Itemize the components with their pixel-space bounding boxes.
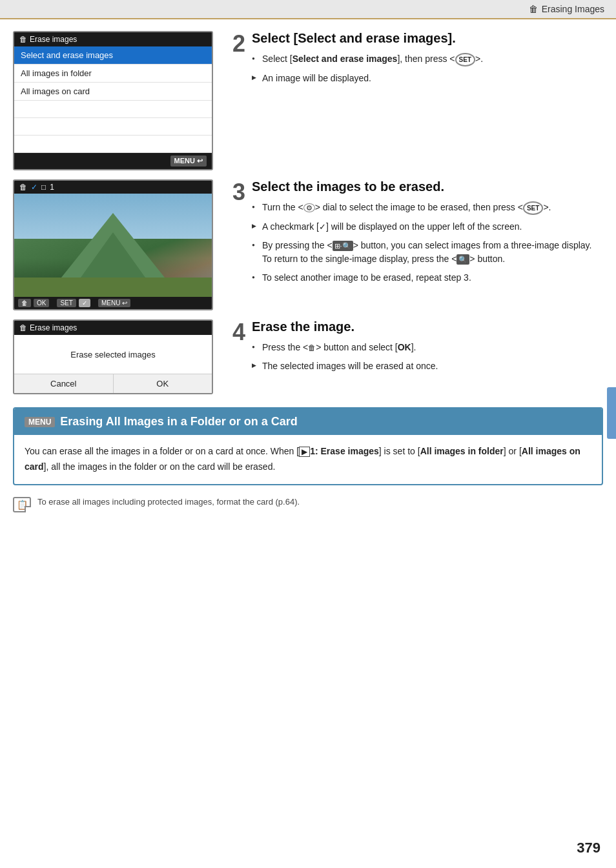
step4-text: Erase the image. Press the <🗑> button an… bbox=[252, 319, 438, 378]
blue-section-title: Erasing All Images in a Folder or on a C… bbox=[60, 415, 297, 429]
menu-item-select-erase: Select and erase images bbox=[14, 46, 212, 65]
photo-check: ✓ bbox=[31, 183, 37, 192]
photo-menu-btn: MENU ↩ bbox=[98, 299, 130, 307]
step4-bullet1: Press the <🗑> button and select [OK]. bbox=[252, 341, 438, 354]
note-text: To erase all images including protected … bbox=[37, 497, 300, 507]
menu-back-btn: MENU ↩ bbox=[170, 156, 207, 167]
step2-bullet1: Select [Select and erase images], then p… bbox=[252, 52, 483, 66]
screen2-footer: MENU ↩ bbox=[14, 153, 212, 169]
dialog-body-text: Erase selected images bbox=[70, 350, 156, 359]
step3-bullet4: To select another image to be erased, re… bbox=[252, 271, 603, 285]
note-section: 📋 To erase all images including protecte… bbox=[13, 497, 603, 512]
step3-number: 3 bbox=[232, 181, 245, 204]
step4-erase-dialog: 🗑 Erase images Erase selected images Can… bbox=[13, 319, 213, 394]
step3-screen-area: 🗑 ✓ □ 1 🗑 OK SET ✓ MENU ↩ bbox=[13, 179, 213, 310]
tab-marker bbox=[607, 387, 616, 439]
step4-bullets: Press the <🗑> button and select [OK]. Th… bbox=[252, 341, 438, 373]
step3-photo-screen: 🗑 ✓ □ 1 🗑 OK SET ✓ MENU ↩ bbox=[13, 179, 213, 310]
step3-bullets: Turn the <⚙> dial to select the image to… bbox=[252, 201, 603, 285]
dialog-title-bar: 🗑 Erase images bbox=[14, 321, 212, 335]
step4-screen-area: 🗑 Erase images Erase selected images Can… bbox=[13, 319, 213, 394]
menu-item-empty2 bbox=[14, 118, 212, 136]
menu-item-all-card: All images on card bbox=[14, 83, 212, 101]
photo-image bbox=[14, 194, 212, 297]
step2-camera-screen: 🗑 Erase images Select and erase images A… bbox=[13, 31, 213, 170]
step3-content: 3 Select the images to be erased. Turn t… bbox=[213, 179, 603, 290]
step2-bullet2: An image will be displayed. bbox=[252, 72, 483, 85]
photo-set-btn: SET bbox=[57, 299, 76, 307]
dialog-body: Erase selected images bbox=[14, 335, 212, 374]
step4-row: 🗑 Erase images Erase selected images Can… bbox=[0, 319, 616, 394]
step2-row: 🗑 Erase images Select and erase images A… bbox=[0, 31, 616, 170]
step2-screen-area: 🗑 Erase images Select and erase images A… bbox=[13, 31, 213, 170]
body-folder-option: All images in folder bbox=[420, 446, 504, 456]
ground-bg bbox=[14, 278, 212, 297]
photo-top-bar: 🗑 ✓ □ 1 bbox=[14, 181, 212, 194]
note-icon-symbol: 📋 bbox=[17, 500, 28, 510]
step3-bullet2: A checkmark [✓] will be displayed on the… bbox=[252, 220, 603, 234]
step4-number: 4 bbox=[232, 321, 245, 344]
screen2-title-bar: 🗑 Erase images bbox=[14, 32, 212, 46]
blue-section: MENU Erasing All Images in a Folder or o… bbox=[13, 407, 603, 485]
menu-list: Select and erase images All images in fo… bbox=[14, 46, 212, 153]
dialog-title: Erase images bbox=[30, 323, 77, 332]
step4-title: Erase the image. bbox=[252, 319, 438, 334]
menu-item-empty3 bbox=[14, 136, 212, 153]
top-bar: 🗑 Erasing Images bbox=[0, 0, 616, 19]
step2-bullets: Select [Select and erase images], then p… bbox=[252, 52, 483, 85]
screen2-trash-icon: 🗑 bbox=[19, 35, 27, 44]
blue-section-title-bar: MENU Erasing All Images in a Folder or o… bbox=[14, 409, 602, 435]
dialog-buttons: Cancel OK bbox=[14, 374, 212, 393]
step2-content: 2 Select [Select and erase images]. Sele… bbox=[213, 31, 603, 90]
step2-number: 2 bbox=[232, 32, 245, 56]
step3-bullet1: Turn the <⚙> dial to select the image to… bbox=[252, 201, 603, 215]
step3-row: 🗑 ✓ □ 1 🗑 OK SET ✓ MENU ↩ 3 bbox=[0, 179, 616, 310]
page-number: 379 bbox=[577, 840, 601, 856]
dialog-trash-icon: 🗑 bbox=[19, 323, 27, 332]
screen2-title: Erase images bbox=[30, 35, 77, 44]
step4-bullet2: The selected images will be erased at on… bbox=[252, 359, 438, 373]
step4-content: 4 Erase the image. Press the <🗑> button … bbox=[213, 319, 603, 378]
note-icon: 📋 bbox=[13, 497, 31, 512]
blue-section-body: You can erase all the images in a folder… bbox=[14, 435, 602, 484]
step2-text: Select [Select and erase images]. Select… bbox=[252, 31, 483, 90]
photo-trash-icon: 🗑 bbox=[19, 183, 27, 192]
photo-bottom-bar: 🗑 OK SET ✓ MENU ↩ bbox=[14, 297, 212, 309]
step3-bullet3: By pressing the <⊞·🔍> button, you can se… bbox=[252, 239, 603, 266]
step3-title: Select the images to be erased. bbox=[252, 179, 603, 194]
menu-badge: MENU bbox=[25, 417, 55, 427]
trash-icon: 🗑 bbox=[529, 4, 538, 14]
step3-text: Select the images to be erased. Turn the… bbox=[252, 179, 603, 290]
play-icon: ▶ bbox=[299, 447, 310, 457]
photo-check-btn: ✓ bbox=[79, 299, 90, 307]
dialog-cancel-btn[interactable]: Cancel bbox=[14, 374, 114, 393]
mountain-shape bbox=[61, 213, 165, 278]
dialog-ok-btn[interactable]: OK bbox=[114, 374, 212, 393]
header-title: Erasing Images bbox=[542, 4, 604, 14]
body-erase-label: 1: Erase images bbox=[310, 446, 379, 456]
photo-trash-btn: 🗑 bbox=[18, 299, 31, 307]
photo-frame-num: 1 bbox=[50, 183, 54, 192]
menu-item-empty1 bbox=[14, 101, 212, 118]
photo-ok-btn: OK bbox=[34, 299, 49, 307]
menu-item-all-folder: All images in folder bbox=[14, 65, 212, 83]
photo-frame-icon: □ bbox=[41, 183, 46, 192]
step2-title: Select [Select and erase images]. bbox=[252, 31, 483, 46]
